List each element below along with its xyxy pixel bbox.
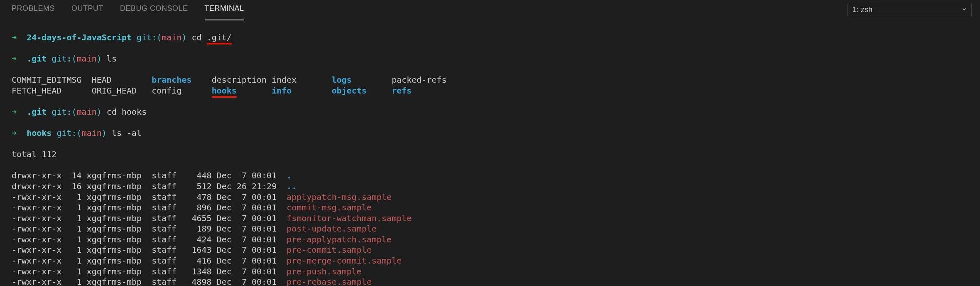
ls-al-meta: drwxr-xr-x 16 xgqfrms-mbp staff 512 Dec … [12, 181, 287, 191]
ls-entry: branches [152, 75, 212, 85]
ls-al-filename: pre-commit.sample [287, 245, 372, 255]
ls-al-filename: . [287, 170, 292, 180]
prompt-git-label: git:( [137, 32, 162, 42]
ls-al-row: -rwxr-xr-x 1 xgqfrms-mbp staff 4898 Dec … [12, 277, 980, 286]
ls-entry: objects [332, 86, 392, 96]
command-text: cd [192, 32, 207, 42]
ls-al-row: -rwxr-xr-x 1 xgqfrms-mbp staff 1348 Dec … [12, 266, 980, 277]
ls-al-filename: pre-applypatch.sample [287, 234, 392, 244]
command-text: ls -al [112, 128, 142, 138]
ls-al-filename: applypatch-msg.sample [287, 192, 392, 202]
tab-terminal[interactable]: TERMINAL [205, 4, 244, 16]
prompt-arrow-icon: ➜ [12, 54, 17, 64]
ls-entry: packed-refs [392, 75, 452, 85]
terminal-output[interactable]: ➜ 24-days-of-JavaScript git:(main) cd .g… [0, 20, 980, 286]
ls-al-meta: -rwxr-xr-x 1 xgqfrms-mbp staff 424 Dec 7… [12, 234, 287, 244]
ls-entry: COMMIT_EDITMSG [12, 75, 92, 85]
ls-entry: config [152, 86, 212, 96]
terminal-selector-dropdown[interactable]: 1: zsh [847, 4, 972, 16]
ls-row: COMMIT_EDITMSG HEAD branches description… [12, 75, 980, 86]
ls-entry: FETCH_HEAD [12, 86, 92, 96]
ls-al-output-block: drwxr-xr-x 14 xgqfrms-mbp staff 448 Dec … [12, 170, 980, 286]
ls-al-meta: -rwxr-xr-x 1 xgqfrms-mbp staff 4898 Dec … [12, 277, 287, 286]
prompt-git-label: git:( [51, 107, 76, 117]
ls-al-filename: pre-push.sample [287, 266, 362, 276]
command-text: ls [107, 54, 117, 64]
ls-entry: index [272, 75, 332, 85]
ls-al-meta: -rwxr-xr-x 1 xgqfrms-mbp staff 4655 Dec … [12, 213, 287, 223]
ls-entry: info [272, 86, 332, 96]
prompt-branch: main [77, 107, 97, 117]
ls-al-row: -rwxr-xr-x 1 xgqfrms-mbp staff 1643 Dec … [12, 245, 980, 256]
prompt-arrow-icon: ➜ [12, 32, 17, 42]
ls-al-meta: -rwxr-xr-x 1 xgqfrms-mbp staff 1348 Dec … [12, 266, 287, 276]
prompt-line: ➜ .git git:(main) cd hooks [12, 107, 980, 118]
prompt-line: ➜ hooks git:(main) ls -al [12, 128, 980, 139]
tab-output[interactable]: OUTPUT [71, 4, 103, 16]
prompt-git-label: git:( [51, 54, 76, 64]
ls-entry: refs [392, 86, 452, 96]
ls-al-row: -rwxr-xr-x 1 xgqfrms-mbp staff 424 Dec 7… [12, 234, 980, 245]
prompt-arrow-icon: ➜ [12, 107, 17, 117]
ls-entry: description [212, 75, 272, 85]
tab-debug-console[interactable]: DEBUG CONSOLE [120, 4, 188, 16]
prompt-git-suffix: ) [97, 107, 102, 117]
command-text-underlined: .git/ [207, 32, 232, 45]
ls-al-row: -rwxr-xr-x 1 xgqfrms-mbp staff 416 Dec 7… [12, 256, 980, 266]
prompt-git-label: git:( [56, 128, 81, 138]
command-text: cd hooks [107, 107, 147, 117]
ls-entry: ORIG_HEAD [92, 86, 152, 96]
ls-al-meta: -rwxr-xr-x 1 xgqfrms-mbp staff 478 Dec 7… [12, 192, 287, 202]
ls-al-row: drwxr-xr-x 16 xgqfrms-mbp staff 512 Dec … [12, 181, 980, 192]
ls-al-filename: commit-msg.sample [287, 202, 372, 212]
ls-entry: HEAD [92, 75, 152, 85]
panel-tabs: PROBLEMS OUTPUT DEBUG CONSOLE TERMINAL 1… [0, 0, 980, 20]
prompt-git-suffix: ) [97, 54, 102, 64]
ls-al-filename: .. [287, 181, 296, 191]
prompt-git-suffix: ) [102, 128, 107, 138]
ls-al-filename: post-update.sample [287, 224, 377, 234]
ls-entry: hooks [212, 86, 272, 96]
chevron-down-icon [961, 6, 967, 14]
prompt-line: ➜ .git git:(main) ls [12, 54, 980, 64]
ls-al-filename: fsmonitor-watchman.sample [287, 213, 412, 223]
prompt-cwd: .git [27, 54, 47, 64]
ls-al-meta: -rwxr-xr-x 1 xgqfrms-mbp staff 896 Dec 7… [12, 202, 287, 212]
prompt-branch: main [162, 32, 181, 42]
ls-al-meta: drwxr-xr-x 14 xgqfrms-mbp staff 448 Dec … [12, 170, 287, 180]
prompt-branch: main [82, 128, 102, 138]
prompt-branch: main [77, 54, 97, 64]
ls-al-row: -rwxr-xr-x 1 xgqfrms-mbp staff 4655 Dec … [12, 213, 980, 224]
ls-al-row: drwxr-xr-x 14 xgqfrms-mbp staff 448 Dec … [12, 170, 980, 181]
ls-row: FETCH_HEAD ORIG_HEAD config hooks info o… [12, 86, 980, 96]
total-line: total 112 [12, 149, 980, 160]
prompt-arrow-icon: ➜ [12, 128, 17, 138]
ls-al-row: -rwxr-xr-x 1 xgqfrms-mbp staff 189 Dec 7… [12, 224, 980, 234]
ls-al-meta: -rwxr-xr-x 1 xgqfrms-mbp staff 416 Dec 7… [12, 256, 287, 266]
prompt-cwd: 24-days-of-JavaScript [27, 32, 132, 42]
ls-al-filename: pre-merge-commit.sample [287, 256, 402, 266]
ls-output-block: COMMIT_EDITMSG HEAD branches description… [12, 75, 980, 96]
ls-al-row: -rwxr-xr-x 1 xgqfrms-mbp staff 896 Dec 7… [12, 202, 980, 213]
ls-entry: logs [332, 75, 392, 85]
prompt-cwd: hooks [27, 128, 51, 138]
ls-al-row: -rwxr-xr-x 1 xgqfrms-mbp staff 478 Dec 7… [12, 192, 980, 203]
prompt-line: ➜ 24-days-of-JavaScript git:(main) cd .g… [12, 32, 980, 43]
ls-al-filename: pre-rebase.sample [287, 277, 372, 286]
terminal-selector-label: 1: zsh [853, 5, 872, 15]
ls-al-meta: -rwxr-xr-x 1 xgqfrms-mbp staff 1643 Dec … [12, 245, 287, 255]
prompt-git-suffix: ) [181, 32, 186, 42]
prompt-cwd: .git [27, 107, 47, 117]
ls-al-meta: -rwxr-xr-x 1 xgqfrms-mbp staff 189 Dec 7… [12, 224, 287, 234]
tab-problems[interactable]: PROBLEMS [12, 4, 55, 16]
